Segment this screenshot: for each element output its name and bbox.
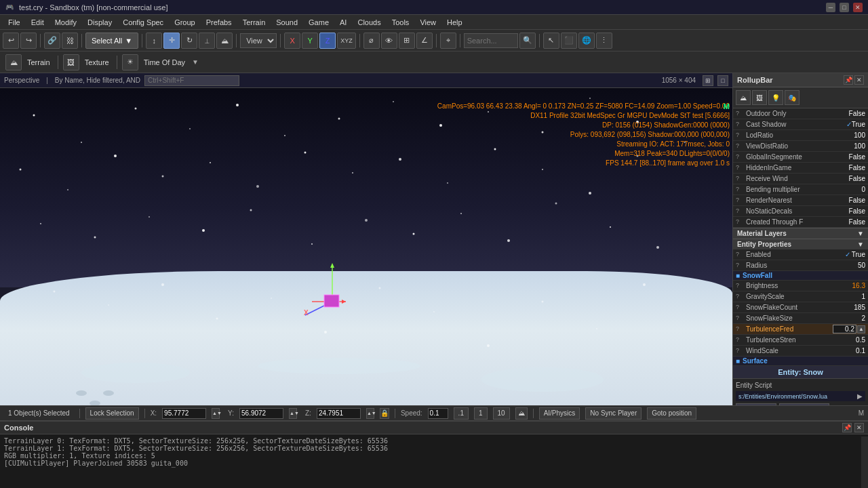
reload-script-btn[interactable]: Reload Script	[779, 403, 829, 405]
filter-input[interactable]	[144, 75, 239, 86]
select-all-button[interactable]: Select All ▼	[85, 33, 138, 49]
camera-btn[interactable]: 👁	[381, 33, 397, 49]
console-close-btn[interactable]: ✕	[854, 423, 864, 432]
panel-icon-light[interactable]: 💡	[768, 90, 783, 105]
x-up-btn[interactable]: ▲▼	[212, 408, 220, 419]
view-select[interactable]: View	[240, 33, 277, 48]
move-btn[interactable]: ↕	[146, 33, 162, 49]
unlink-btn[interactable]: ⛓	[62, 33, 78, 49]
axis-x-btn[interactable]: X	[284, 33, 300, 49]
edit-script-btn[interactable]: Edit Script	[736, 403, 776, 405]
filter-mode-label: By Name, Hide filtered, AND	[55, 77, 140, 84]
redo-btn[interactable]: ↪	[20, 33, 37, 49]
menu-bar: File Edit Modify Display Config Spec Gro…	[0, 15, 868, 30]
menu-terrain[interactable]: Terrain	[237, 17, 271, 28]
texture-btn[interactable]: 🖼	[63, 54, 79, 70]
panel-icon-terrain[interactable]: ⛰	[736, 90, 751, 105]
menu-modify[interactable]: Modify	[50, 17, 82, 28]
extra-btn[interactable]: ⋮	[596, 33, 612, 49]
info-line-2: DX11 Profile 32bit MedSpec Gr MGPU DevMo…	[437, 111, 730, 121]
x-input[interactable]	[162, 408, 206, 419]
translate-btn[interactable]: ✛	[163, 33, 180, 49]
grid-btn[interactable]: ⊞	[399, 33, 415, 49]
menu-view[interactable]: View	[414, 17, 441, 28]
speed-step1-btn[interactable]: .1	[454, 407, 469, 420]
turbulence-up-btn[interactable]: ▲	[857, 325, 865, 333]
y-up-btn[interactable]: ▲▼	[289, 408, 297, 419]
console-line-3: RGB multiplier: 1, Texture indices: 5	[4, 452, 864, 460]
time-of-day-dropdown[interactable]: ▼	[192, 58, 199, 66]
viewport-expand-btn[interactable]: ⊞	[703, 75, 713, 86]
snap-btn[interactable]: ⌖	[440, 33, 456, 49]
link-btn[interactable]: 🔗	[44, 33, 60, 49]
speed-input[interactable]	[428, 408, 448, 419]
select-tool-btn[interactable]: ↖	[543, 33, 559, 49]
xyz-btn[interactable]: XYZ	[337, 33, 356, 49]
viewport[interactable]: Perspective | By Name, Hide filtered, AN…	[0, 73, 732, 405]
rollupbar-header: RollupBar 📌 ✕	[733, 73, 868, 87]
menu-file[interactable]: File	[3, 17, 26, 28]
y-label: Y:	[228, 409, 234, 417]
menu-ai[interactable]: AI	[334, 17, 352, 28]
menu-config-spec[interactable]: Config Spec	[117, 17, 169, 28]
separator3	[142, 34, 142, 47]
time-of-day-label: Time Of Day	[141, 54, 188, 70]
move-tool-btn[interactable]: ⬛	[561, 33, 577, 49]
terrain-tool-btn[interactable]: ⛰	[216, 33, 233, 49]
goto-position-btn[interactable]: Goto position	[647, 407, 696, 420]
lock-selection-btn[interactable]: Lock Selection	[85, 407, 139, 420]
axis-z-btn[interactable]: Z	[319, 33, 336, 49]
rotate3d-btn[interactable]: ⌀	[363, 33, 380, 49]
minimize-btn[interactable]: ─	[826, 3, 835, 12]
menu-edit[interactable]: Edit	[26, 17, 50, 28]
info-line-1: CamPos=96.03 66.43 23.38 Angl= 0 0.173 Z…	[437, 102, 730, 111]
axis-y-btn[interactable]: Y	[302, 33, 318, 49]
console-content: TerrainLayer 0: TexFormat: DXT5, SectorT…	[0, 434, 868, 486]
global-btn[interactable]: 🌐	[578, 33, 595, 49]
viewport-max-btn[interactable]: □	[717, 75, 728, 86]
panel-close-btn[interactable]: ✕	[854, 75, 864, 85]
no-sync-player-btn[interactable]: No Sync Player	[585, 407, 642, 420]
entity-properties-header[interactable]: Entity Properties ▼	[733, 239, 868, 249]
menu-prefabs[interactable]: Prefabs	[201, 17, 237, 28]
y-input[interactable]	[239, 408, 283, 419]
script-expand-btn[interactable]: ▶	[857, 392, 863, 400]
cast-shadow-check[interactable]: ✓	[846, 121, 852, 128]
panel-icon-layer[interactable]: 🖼	[752, 90, 767, 105]
panel-icon-entity[interactable]: 🎭	[785, 90, 800, 105]
turbulence-freq-input[interactable]	[833, 325, 856, 333]
terrain-btn[interactable]: ⛰	[5, 54, 22, 70]
angle-btn[interactable]: ∠	[416, 33, 433, 49]
menu-sound[interactable]: Sound	[271, 17, 303, 28]
close-btn[interactable]: ✕	[853, 3, 863, 12]
search-btn[interactable]: 🔍	[519, 33, 536, 49]
speed-step2-btn[interactable]: 1	[474, 407, 488, 420]
scale-btn[interactable]: ⟂	[199, 33, 215, 49]
menu-group[interactable]: Group	[169, 17, 201, 28]
panel-pin-btn[interactable]: 📌	[844, 75, 853, 85]
menu-display[interactable]: Display	[82, 17, 117, 28]
undo-btn[interactable]: ↩	[3, 33, 19, 49]
menu-help[interactable]: Help	[441, 17, 468, 28]
search-input[interactable]	[464, 33, 518, 48]
lock-icon-btn[interactable]: 🔒	[380, 408, 389, 419]
ai-physics-btn[interactable]: AI/Physics	[539, 407, 580, 420]
menu-game[interactable]: Game	[303, 17, 334, 28]
menu-clouds[interactable]: Clouds	[352, 17, 386, 28]
terrain-icon-btn[interactable]: ⛰	[515, 407, 528, 420]
enabled-check[interactable]: ✓	[845, 251, 850, 258]
console-scrollbar[interactable]	[861, 436, 868, 488]
z-up-btn[interactable]: ▲▼	[366, 408, 374, 419]
material-layers-header[interactable]: Material Layers ▼	[733, 228, 868, 239]
console-header: Console 📌 ✕	[0, 422, 868, 434]
status-sep3	[395, 409, 395, 418]
rotate-btn[interactable]: ↻	[181, 33, 197, 49]
maximize-btn[interactable]: □	[840, 3, 849, 12]
z-input[interactable]	[317, 408, 361, 419]
console-pin-btn[interactable]: 📌	[842, 423, 852, 432]
prop-created-through: ? Created Through F False	[733, 217, 868, 228]
time-of-day-btn[interactable]: ☀	[122, 54, 138, 70]
app-title: test.cry - Sandbox (tm) [non-commercial …	[19, 3, 167, 12]
speed-step3-btn[interactable]: 10	[493, 407, 510, 420]
menu-tools[interactable]: Tools	[387, 17, 415, 28]
